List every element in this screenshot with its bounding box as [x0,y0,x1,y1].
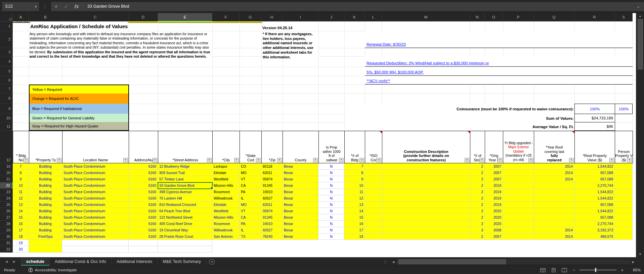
row-header-10[interactable]: 10 [0,114,13,122]
row-header-27[interactable]: 27 [0,214,13,221]
header-R[interactable]: *Real Property Value ($)▼ [574,131,615,163]
cell-R28[interactable]: 2,270,744 [574,221,615,227]
column-header-I[interactable]: I [283,13,318,21]
tab-nav-left-icon[interactable]: ◀ [5,260,8,263]
cell-L25[interactable] [365,202,382,208]
zoom-out-icon[interactable]: − [571,268,576,273]
header-O[interactable]: *Orig Year B▼ [485,131,503,163]
cell-D25[interactable]: 6160 [129,202,158,208]
filter-B-icon[interactable]: ▼ [57,158,61,162]
cell-E30[interactable]: 28 Prairie Rose Court [158,233,212,240]
cell-R20[interactable]: 657,088 [574,170,615,176]
cell-I25[interactable]: Bexar [283,202,318,208]
cell-H30[interactable]: 78240 [261,233,283,240]
cell-P20[interactable] [503,170,534,176]
cell-O20[interactable]: 2007 [485,170,503,176]
column-header-J[interactable]: J [318,13,344,21]
cell-C22[interactable]: South Place Condominium [62,182,129,189]
cell-N20[interactable]: 2 [470,170,485,176]
row-header-21[interactable]: 21 [0,176,13,182]
column-header-N[interactable]: N [470,13,485,21]
cell-L24[interactable] [365,195,382,202]
cell-J26[interactable]: N [318,208,344,214]
cell-K19[interactable]: 7 [344,163,365,170]
cell-A29[interactable]: 17 [13,227,29,233]
cell-C19[interactable]: South Place Condominium [62,163,129,170]
cancel-icon[interactable]: ✕ [51,4,61,9]
cell-B25[interactable]: Building [29,202,62,208]
header-F[interactable]: *City▼ [212,131,240,163]
cell-R25[interactable]: 657,088 [574,202,615,208]
cell-N30[interactable]: 2 [470,233,485,240]
cell-F28[interactable]: Rosemont [212,221,240,227]
cell-B22[interactable]: Building [29,182,62,189]
scroll-down-icon[interactable]: ▼ [639,251,642,257]
column-header-L[interactable]: L [365,13,382,21]
row-header-25[interactable]: 25 [0,202,13,208]
cell-R22[interactable]: 2,270,744 [574,182,615,189]
cell-O29[interactable]: 2008 [485,227,503,233]
cell-Q26[interactable] [534,208,574,214]
cell-G21[interactable]: VT [240,176,261,182]
cell-C31[interactable] [62,240,129,246]
cell-E26[interactable]: 64 Peach Tree Blvd [158,208,212,214]
cell-A19[interactable]: 7 [13,163,29,170]
row-header-2[interactable]: 2 [0,31,13,48]
cell-Q25[interactable] [534,202,574,208]
cell-C32[interactable] [62,246,129,253]
cell-F22[interactable]: Mission Hills [212,182,240,189]
cell-S22[interactable] [615,182,633,189]
cell-B32[interactable] [29,246,62,253]
cell-B27[interactable]: Building [29,214,62,221]
row-header-30[interactable]: 30 [0,233,13,240]
cell-D23[interactable]: 6160 [129,189,158,195]
cell-S28[interactable] [615,221,633,227]
cell-S25[interactable] [615,202,633,208]
column-header-B[interactable]: B [29,13,62,21]
cell-H26[interactable]: 05874 [261,208,283,214]
row-header-32[interactable]: 32 [0,246,13,253]
insert-function-icon[interactable]: fx [71,4,81,9]
cell-J25[interactable]: N [318,202,344,208]
cell-C27[interactable]: South Place Condominium [62,214,129,221]
cell-M30[interactable] [382,233,470,240]
cell-Q21[interactable]: 2014 [534,176,574,182]
filter-O-icon[interactable]: ▼ [498,158,502,162]
cell-D28[interactable]: 6160 [129,221,158,227]
cell-S23[interactable] [615,189,633,195]
cell-D21[interactable]: 6160 [129,176,158,182]
header-M[interactable]: Construction Description (provide furthe… [382,131,470,163]
cell-O21[interactable]: 2007 [485,176,503,182]
row-header-24[interactable]: 24 [0,195,13,202]
row-header-29[interactable]: 29 [0,227,13,233]
cell-N22[interactable]: 2 [470,182,485,189]
cell-Q19[interactable]: 2014 [534,163,574,170]
sum-of-values[interactable]: $24,733,189 [574,114,615,122]
cell-R19[interactable]: 1,544,822 [574,163,615,170]
cell-P22[interactable] [503,182,534,189]
cell-G27[interactable]: CA [240,214,261,221]
column-header-P[interactable]: P [503,13,534,21]
cell-E19[interactable]: 12 Blueberry Ridge [158,163,212,170]
row-header-19[interactable]: 19 [0,163,13,170]
cell-C21[interactable]: South Place Condominium [62,176,129,182]
formula-bar-expand-icon[interactable]: ⌄ [633,4,644,9]
cell-P27[interactable] [503,214,534,221]
cell-H24[interactable]: 60527 [261,195,283,202]
cell-A24[interactable]: 12 [13,195,29,202]
cell-I24[interactable]: Bexar [283,195,318,202]
cell-Q24[interactable] [534,195,574,202]
cell-F30[interactable]: San Antonio [212,233,240,240]
cell-E24[interactable]: 76 Lantern Hill [158,195,212,202]
cell-K22[interactable]: 10 [344,182,365,189]
cell-I26[interactable]: Bexar [283,208,318,214]
header-E[interactable]: *Street Address▼ [158,131,213,163]
zoom-in-icon[interactable]: + [620,268,625,273]
cell-C24[interactable]: South Place Condominium [62,195,129,202]
cell-C26[interactable]: South Place Condominium [62,208,129,214]
cell-D22[interactable]: 6160 [129,182,158,189]
cell-D31[interactable] [129,240,158,246]
cell-G25[interactable]: MO [240,202,261,208]
cell-N21[interactable]: 2 [470,176,485,182]
cell-C25[interactable]: South Place Condominium [62,202,129,208]
